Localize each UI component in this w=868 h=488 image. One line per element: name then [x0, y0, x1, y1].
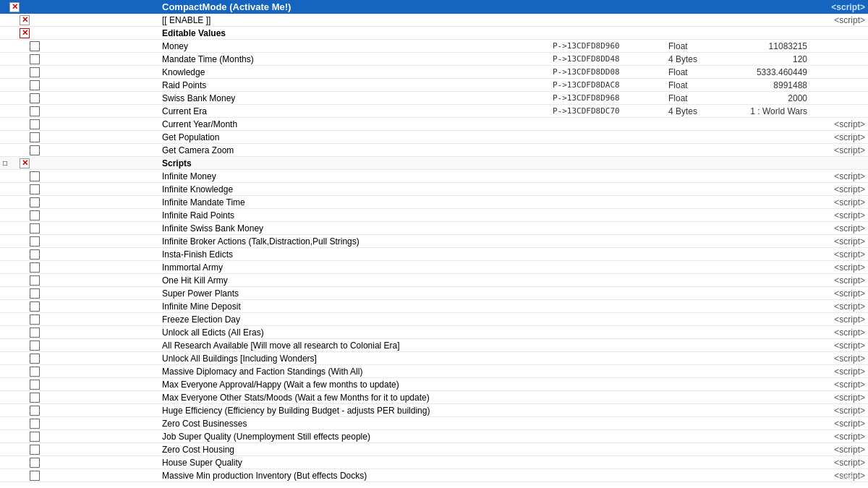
script-row: Infinite Raid Points <script>: [0, 209, 868, 222]
script-row: Unlock all Edicts (All Eras) <script>: [0, 326, 868, 339]
script-tag-1: <script>: [810, 184, 868, 194]
script-tag-19: <script>: [810, 419, 868, 429]
get-camera-zoom-checkbox[interactable]: [30, 145, 40, 155]
script-checkbox-11[interactable]: [30, 314, 40, 325]
script-label-21: Zero Cost Housing: [159, 445, 550, 455]
enable-checkbox[interactable]: [20, 15, 30, 25]
money-checkbox[interactable]: [30, 41, 40, 51]
mandate-time-label: Mandate Time (Months): [159, 54, 550, 64]
compact-mode-header[interactable]: CompactMode (Activate Me!) <script>: [0, 0, 868, 14]
script-checkbox-10[interactable]: [30, 301, 40, 312]
scripts-section-label: Scripts: [159, 158, 550, 168]
get-camera-zoom-row: Get Camera Zoom <script>: [0, 144, 868, 157]
money-value[interactable]: 11083215: [723, 41, 810, 51]
current-era-checkbox[interactable]: [30, 106, 40, 116]
current-era-value[interactable]: 1 : World Wars: [723, 106, 810, 116]
script-checkbox-9[interactable]: [30, 288, 40, 299]
knowledge-checkbox[interactable]: [30, 67, 40, 77]
script-label-17: Max Everyone Other Stats/Moods (Wait a f…: [159, 393, 550, 403]
script-checkbox-0[interactable]: [30, 171, 40, 181]
enable-checkbox-cell[interactable]: [10, 15, 39, 25]
script-tag-13: <script>: [810, 341, 868, 351]
script-row: Infinite Knowledge <script>: [0, 183, 868, 196]
get-camera-zoom-label: Get Camera Zoom: [159, 145, 550, 155]
script-row: All Research Available [Will move all re…: [0, 339, 868, 352]
scripts-section-checkbox[interactable]: [20, 158, 30, 168]
money-row: Money P->13CDFD8D960 Float 11083215: [0, 40, 868, 53]
editable-header-checkbox-cell[interactable]: [10, 28, 39, 38]
script-checkbox-2[interactable]: [30, 197, 40, 207]
money-checkbox-cell[interactable]: [20, 41, 49, 51]
script-label-14: Unlock All Buildings [Including Wonders]: [159, 354, 550, 364]
knowledge-value[interactable]: 5333.460449: [723, 67, 810, 77]
script-checkbox-18[interactable]: [30, 406, 40, 416]
swiss-bank-value[interactable]: 2000: [723, 93, 810, 103]
current-year-checkbox[interactable]: [30, 119, 40, 129]
script-tag-10: <script>: [810, 301, 868, 312]
script-label-6: Insta-Finish Edicts: [159, 249, 550, 260]
script-row: Infinite Swiss Bank Money <script>: [0, 222, 868, 235]
enable-script: <script>: [810, 15, 868, 25]
script-checkbox-7[interactable]: [30, 262, 40, 273]
script-tag-6: <script>: [810, 249, 868, 260]
money-type: Float: [665, 41, 723, 51]
editable-values-label: Editable Values: [159, 28, 550, 38]
swiss-bank-row: Swiss Bank Money P->13CDFD8D968 Float 20…: [0, 92, 868, 105]
mandate-checkbox[interactable]: [30, 54, 40, 64]
script-checkbox-19[interactable]: [30, 419, 40, 429]
current-year-row: Current Year/Month <script>: [0, 118, 868, 131]
get-population-checkbox[interactable]: [30, 132, 40, 142]
script-checkbox-3[interactable]: [30, 210, 40, 221]
script-label-15: Massive Diplomacy and Faction Standings …: [159, 367, 550, 377]
script-row: Massive Min production Inventory (But ef…: [0, 469, 868, 482]
script-label-18: Huge Efficiency (Efficiency by Building …: [159, 406, 550, 416]
script-label-11: Freeze Election Day: [159, 314, 550, 325]
script-checkbox-6[interactable]: [30, 249, 40, 260]
script-label-19: Zero Cost Businesses: [159, 419, 550, 429]
script-tag-9: <script>: [810, 288, 868, 299]
mandate-value[interactable]: 120: [723, 54, 810, 64]
script-tag-11: <script>: [810, 314, 868, 325]
script-row: Zero Cost Businesses <script>: [0, 417, 868, 430]
script-tag-0: <script>: [810, 171, 868, 181]
script-checkbox-21[interactable]: [30, 445, 40, 455]
script-checkbox-22[interactable]: [30, 458, 40, 468]
script-checkbox-13[interactable]: [30, 341, 40, 351]
script-checkbox-20[interactable]: [30, 432, 40, 442]
script-label-10: Infinite Mine Deposit: [159, 301, 550, 312]
money-label: Money: [159, 41, 550, 51]
header-checkbox[interactable]: [9, 2, 20, 12]
script-checkbox-8[interactable]: [30, 275, 40, 286]
script-row: Infinite Broker Actions (Talk,Distractio…: [0, 235, 868, 248]
script-row: Unlock All Buildings [Including Wonders]…: [0, 352, 868, 365]
swiss-bank-checkbox[interactable]: [30, 93, 40, 103]
script-row: Super Power Plants <script>: [0, 287, 868, 300]
script-row: Inmmortal Army <script>: [0, 261, 868, 274]
script-label-4: Infinite Swiss Bank Money: [159, 223, 550, 234]
script-checkbox-14[interactable]: [30, 354, 40, 364]
script-tag-23: <script>: [810, 471, 868, 481]
enable-label: [[ ENABLE ]]: [159, 15, 550, 25]
current-year-label: Current Year/Month: [159, 119, 550, 129]
raid-checkbox[interactable]: [30, 80, 40, 90]
editable-header-checkbox[interactable]: [20, 28, 30, 38]
compact-mode-script: <script>: [810, 2, 868, 12]
raid-value[interactable]: 8991488: [723, 80, 810, 90]
main-container[interactable]: CompactMode (Activate Me!) <script> [[ E…: [0, 0, 868, 488]
script-tag-3: <script>: [810, 210, 868, 221]
script-tag-21: <script>: [810, 445, 868, 455]
raid-points-row: Raid Points P->13CDFD8DAC8 Float 8991488: [0, 79, 868, 92]
script-tag-18: <script>: [810, 406, 868, 416]
money-address: P->13CDFD8D960: [550, 41, 665, 51]
script-checkbox-5[interactable]: [30, 236, 40, 247]
script-checkbox-4[interactable]: [30, 223, 40, 234]
mandate-time-row: Mandate Time (Months) P->13CDFD8DD48 4 B…: [0, 53, 868, 66]
script-checkbox-12[interactable]: [30, 328, 40, 338]
script-checkbox-1[interactable]: [30, 184, 40, 194]
script-checkbox-16[interactable]: [30, 380, 40, 390]
header-checkbox-cell: [0, 2, 29, 12]
script-checkbox-23[interactable]: [30, 471, 40, 481]
swiss-bank-label: Swiss Bank Money: [159, 93, 550, 103]
script-checkbox-15[interactable]: [30, 367, 40, 377]
script-checkbox-17[interactable]: [30, 393, 40, 403]
